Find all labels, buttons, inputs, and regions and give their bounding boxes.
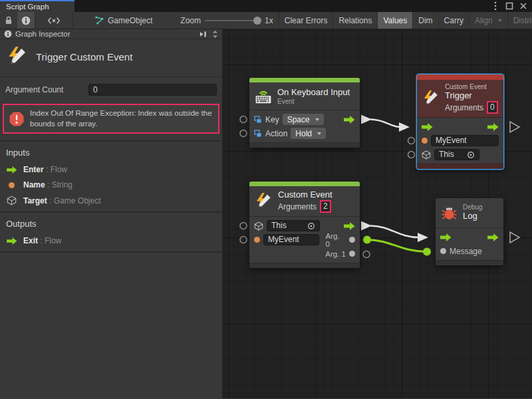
flow-arrow-icon bbox=[7, 237, 17, 245]
zoom-slider-knob[interactable] bbox=[253, 17, 261, 25]
event-name-field[interactable]: MyEvent bbox=[431, 135, 499, 146]
unit-title: Trigger Custom Event bbox=[36, 51, 132, 63]
flow-output-port[interactable] bbox=[344, 221, 355, 231]
node-category: Debug bbox=[463, 203, 482, 211]
flow-output-port[interactable] bbox=[487, 233, 499, 242]
arg1-value-port[interactable] bbox=[349, 251, 355, 257]
maximize-button[interactable] bbox=[505, 1, 514, 11]
port-keyboard-key[interactable] bbox=[240, 116, 247, 123]
node-header: On Keyboard Input Event bbox=[249, 82, 360, 110]
dim-button[interactable]: Dim bbox=[413, 12, 438, 29]
key-label: Key bbox=[265, 115, 279, 124]
relations-button[interactable]: Relations bbox=[333, 12, 377, 29]
event-name-row: MyEvent Arg. 0 bbox=[249, 233, 360, 247]
port-trigger-name[interactable] bbox=[408, 138, 415, 144]
flow-output-port[interactable] bbox=[487, 122, 499, 132]
align-button[interactable]: Align bbox=[469, 12, 507, 29]
info-icon bbox=[4, 30, 12, 38]
node-footer bbox=[417, 164, 503, 169]
flow-input-port[interactable] bbox=[440, 233, 452, 242]
flow-input-port[interactable] bbox=[422, 122, 433, 132]
target-row: This bbox=[249, 219, 360, 233]
gameobject-target-button[interactable]: GameObject bbox=[89, 12, 158, 29]
flow-continuation-triangle bbox=[510, 122, 519, 132]
flow-output-port[interactable] bbox=[344, 115, 355, 124]
flow-row bbox=[436, 230, 503, 244]
node-color-bar bbox=[417, 74, 503, 80]
section-divider bbox=[0, 249, 222, 253]
graph-canvas[interactable]: On Keyboard Input Event Key Space Acti bbox=[223, 29, 532, 398]
inspector-toggle-button[interactable] bbox=[17, 12, 35, 29]
node-color-bar bbox=[249, 182, 360, 186]
zoom-label: Zoom bbox=[175, 12, 201, 29]
argument-count-label: Argument Count bbox=[5, 85, 82, 94]
dock-panel-button[interactable] bbox=[199, 30, 207, 39]
node-trigger-custom-event[interactable]: Custom Event Trigger Arguments 0 bbox=[417, 74, 503, 169]
message-label: Message bbox=[450, 247, 482, 256]
action-label: Action bbox=[265, 129, 287, 138]
target-field[interactable]: This bbox=[434, 149, 479, 160]
cube-icon bbox=[7, 196, 17, 205]
cube-icon bbox=[254, 221, 263, 231]
graph-inspector-header: Graph Inspector bbox=[0, 29, 222, 39]
flow-continuation-triangle bbox=[510, 232, 519, 243]
arguments-count-badge[interactable]: 2 bbox=[320, 200, 331, 213]
port-customevent-target[interactable] bbox=[240, 223, 247, 229]
panel-spinner[interactable] bbox=[212, 29, 218, 39]
wire-green-endpoint bbox=[423, 248, 431, 256]
target-picker-icon[interactable] bbox=[307, 222, 315, 230]
port-customevent-name[interactable] bbox=[240, 237, 247, 243]
node-on-keyboard-input[interactable]: On Keyboard Input Event Key Space Acti bbox=[249, 78, 360, 148]
flow-row bbox=[417, 120, 503, 134]
code-icon bbox=[47, 16, 61, 25]
port-trigger-target[interactable] bbox=[408, 152, 415, 158]
node-header: Custom Event Trigger Arguments 0 bbox=[417, 80, 503, 118]
edit-graph-button[interactable] bbox=[35, 12, 72, 29]
target-field[interactable]: This bbox=[267, 220, 320, 231]
argument-count-input[interactable] bbox=[88, 84, 217, 96]
event-name-field[interactable]: MyEvent bbox=[263, 234, 319, 245]
arg1-row: Arg. 1 bbox=[249, 247, 360, 261]
action-row: Action Hold bbox=[249, 126, 360, 140]
node-subtitle: Event bbox=[277, 98, 350, 105]
carry-button[interactable]: Carry bbox=[439, 12, 469, 29]
node-title: Log bbox=[463, 211, 482, 221]
node-custom-event[interactable]: Custom Event Arguments 2 This bbox=[249, 182, 360, 268]
clear-errors-button[interactable]: Clear Errors bbox=[279, 12, 333, 29]
port-keyboard-action[interactable] bbox=[240, 130, 247, 137]
message-row: Message bbox=[436, 244, 503, 258]
close-button[interactable] bbox=[519, 1, 528, 11]
action-dropdown[interactable]: Hold bbox=[291, 128, 326, 139]
node-footer bbox=[436, 260, 503, 265]
toolbar-separator bbox=[72, 12, 73, 29]
wire-green-endpoint bbox=[363, 236, 371, 244]
enum-icon bbox=[254, 116, 262, 124]
string-dot-icon bbox=[254, 237, 260, 243]
distribute-button[interactable]: Distribute bbox=[508, 12, 532, 29]
arg0-label: Arg. 0 bbox=[326, 232, 346, 248]
message-value-port[interactable] bbox=[440, 248, 446, 254]
input-pin-target: Target : Game Object bbox=[0, 193, 222, 211]
zoom-slider[interactable] bbox=[205, 20, 259, 21]
custom-event-icon bbox=[422, 90, 440, 107]
lock-button[interactable] bbox=[0, 12, 17, 29]
tab-script-graph[interactable]: Script Graph bbox=[0, 0, 74, 12]
window-menu-button[interactable] bbox=[491, 1, 500, 11]
arguments-label: Arguments bbox=[445, 103, 483, 112]
arg0-value-port[interactable] bbox=[349, 237, 355, 243]
key-row: Key Space bbox=[249, 112, 360, 126]
input-pin-enter: Enter : Flow bbox=[0, 162, 222, 178]
wire-arrowhead bbox=[399, 122, 410, 132]
key-dropdown[interactable]: Space bbox=[283, 114, 324, 125]
lock-icon bbox=[4, 15, 13, 25]
port-arg1-output[interactable] bbox=[363, 251, 370, 258]
tab-strip: Script Graph bbox=[0, 0, 532, 12]
node-debug-log[interactable]: Debug Log Message bbox=[436, 198, 503, 265]
arguments-count-badge[interactable]: 0 bbox=[487, 101, 498, 114]
node-footer bbox=[249, 263, 360, 268]
event-name-row: MyEvent bbox=[417, 134, 503, 148]
unit-title-block: Trigger Custom Event bbox=[0, 39, 222, 77]
values-button[interactable]: Values bbox=[378, 12, 412, 29]
node-header: Custom Event Arguments 2 bbox=[249, 186, 360, 217]
target-picker-icon[interactable] bbox=[467, 151, 475, 159]
